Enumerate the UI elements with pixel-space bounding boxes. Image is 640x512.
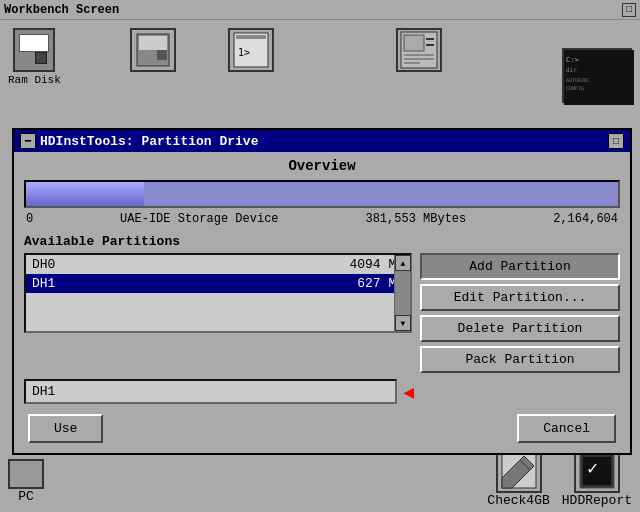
titlebar-left: ━ HDInstTools: Partition Drive bbox=[20, 133, 258, 149]
workbench-close-button[interactable]: □ bbox=[622, 3, 636, 17]
pack-partition-button[interactable]: Pack Partition bbox=[420, 346, 620, 373]
drive-size: 381,553 MBytes bbox=[365, 212, 466, 226]
info-icon[interactable] bbox=[396, 28, 442, 72]
dialog-titlebar: ━ HDInstTools: Partition Drive □ bbox=[14, 130, 630, 152]
drive-image-2 bbox=[130, 28, 176, 72]
svg-text:C:>: C:> bbox=[566, 56, 579, 64]
bottom-icons: Check4GB ✓ HDDReport bbox=[487, 449, 632, 508]
hddreport-icon[interactable]: ✓ HDDReport bbox=[562, 449, 632, 508]
delete-partition-button[interactable]: Delete Partition bbox=[420, 315, 620, 342]
name-field-row: DH1 ◀ bbox=[24, 379, 620, 404]
hdinst-dialog: ━ HDInstTools: Partition Drive □ Overvie… bbox=[12, 128, 632, 455]
add-partition-button[interactable]: Add Partition bbox=[420, 253, 620, 280]
cursor-arrow: ◀ bbox=[403, 381, 414, 403]
pc-image bbox=[8, 459, 44, 489]
drive-name: UAE-IDE Storage Device bbox=[120, 212, 278, 226]
workbench-titlebar: Workbench Screen □ bbox=[0, 0, 640, 20]
ram-disk-icon[interactable]: Ram Disk bbox=[8, 28, 61, 86]
check4gb-label: Check4GB bbox=[487, 493, 549, 508]
ram-disk-image bbox=[13, 28, 55, 72]
workbench-title: Workbench Screen bbox=[4, 3, 119, 17]
scrollbar-down-button[interactable]: ▼ bbox=[395, 315, 411, 331]
partition-list-wrapper: DH0 4094 MB DH1 627 MB ▲ bbox=[24, 253, 412, 373]
hddreport-label: HDDReport bbox=[562, 493, 632, 508]
drive-cylinders: 2,164,604 bbox=[553, 212, 618, 226]
bottom-buttons-row: Use Cancel bbox=[24, 414, 620, 443]
svg-rect-1 bbox=[139, 36, 167, 50]
info-image bbox=[396, 28, 442, 72]
available-partitions-label: Available Partitions bbox=[24, 234, 620, 249]
ram-disk-label: Ram Disk bbox=[8, 74, 61, 86]
pc-icon[interactable]: PC bbox=[8, 459, 44, 504]
drive-bar bbox=[24, 180, 620, 208]
check4gb-image bbox=[496, 449, 542, 493]
edit-partition-button[interactable]: Edit Partition... bbox=[420, 284, 620, 311]
partition-buttons: Add Partition Edit Partition... Delete P… bbox=[420, 253, 620, 373]
svg-rect-4 bbox=[236, 35, 266, 39]
svg-rect-7 bbox=[404, 35, 424, 51]
partition-list: DH0 4094 MB DH1 627 MB bbox=[26, 255, 410, 331]
pc-label: PC bbox=[18, 489, 34, 504]
svg-text:✓: ✓ bbox=[586, 460, 599, 477]
partition-list-container: DH0 4094 MB DH1 627 MB ▲ bbox=[24, 253, 412, 333]
svg-text:CONFIG: CONFIG bbox=[566, 85, 584, 91]
use-button[interactable]: Use bbox=[28, 414, 103, 443]
partition-name-dh1: DH1 bbox=[32, 276, 55, 291]
partition-name-input[interactable]: DH1 bbox=[24, 379, 397, 404]
drive-icon-2[interactable] bbox=[130, 28, 176, 72]
svg-text:AUTOEXEC: AUTOEXEC bbox=[566, 77, 590, 83]
dialog-title: HDInstTools: Partition Drive bbox=[40, 134, 258, 149]
desktop: Ram Disk 1> bbox=[0, 20, 640, 512]
terminal-image: 1> bbox=[228, 28, 274, 72]
partition-item-dh1[interactable]: DH1 627 MB bbox=[26, 274, 410, 293]
svg-text:1>: 1> bbox=[238, 47, 250, 58]
cancel-button[interactable]: Cancel bbox=[517, 414, 616, 443]
drive-info-row: 0 UAE-IDE Storage Device 381,553 MBytes … bbox=[24, 212, 620, 226]
dialog-close-button[interactable]: ━ bbox=[20, 133, 36, 149]
scrollbar-up-button[interactable]: ▲ bbox=[395, 255, 411, 271]
drive-bar-fill bbox=[26, 182, 144, 206]
hddreport-image: ✓ bbox=[574, 449, 620, 493]
partition-item-dh0[interactable]: DH0 4094 MB bbox=[26, 255, 410, 274]
check4gb-icon[interactable]: Check4GB bbox=[487, 449, 549, 508]
partitions-area: DH0 4094 MB DH1 627 MB ▲ bbox=[24, 253, 620, 373]
partition-scrollbar[interactable]: ▲ ▼ bbox=[394, 255, 410, 331]
partition-name-dh0: DH0 bbox=[32, 257, 55, 272]
dialog-zoom-button[interactable]: □ bbox=[608, 133, 624, 149]
svg-rect-2 bbox=[157, 50, 167, 60]
mini-terminal: C:> dir AUTOEXEC CONFIG bbox=[562, 48, 632, 103]
scrollbar-track bbox=[395, 271, 410, 315]
terminal-icon[interactable]: 1> bbox=[228, 28, 274, 72]
drive-number: 0 bbox=[26, 212, 33, 226]
overview-header: Overview bbox=[24, 158, 620, 174]
svg-text:dir: dir bbox=[566, 66, 577, 73]
dialog-body: Overview 0 UAE-IDE Storage Device 381,55… bbox=[14, 152, 630, 453]
